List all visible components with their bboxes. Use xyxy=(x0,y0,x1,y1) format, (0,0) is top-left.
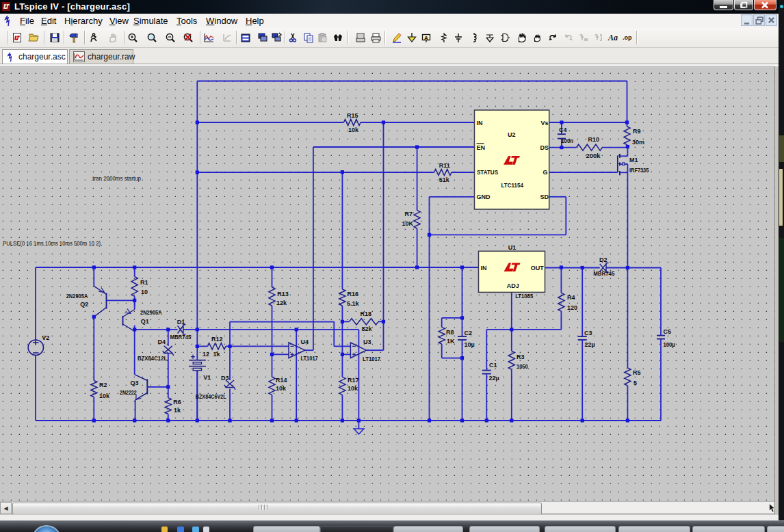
svg-text:1K: 1K xyxy=(447,338,455,345)
svg-text:Q3: Q3 xyxy=(131,380,139,386)
svg-text:R3: R3 xyxy=(517,354,525,360)
svg-text:R4: R4 xyxy=(567,294,575,301)
svg-text:IRF7335: IRF7335 xyxy=(629,167,649,174)
svg-text:R9: R9 xyxy=(633,128,641,135)
svg-text:10µ: 10µ xyxy=(465,341,475,348)
svg-text:100µ: 100µ xyxy=(663,341,675,348)
svg-text:Q2: Q2 xyxy=(80,301,88,308)
svg-text:R7: R7 xyxy=(405,211,413,217)
svg-text:5: 5 xyxy=(633,380,637,386)
svg-text:V2: V2 xyxy=(42,334,49,341)
svg-text:C2: C2 xyxy=(465,330,473,336)
svg-text:D4: D4 xyxy=(157,338,166,345)
svg-text:R16: R16 xyxy=(348,291,359,297)
svg-text:LTC1154: LTC1154 xyxy=(501,182,524,189)
svg-text:1k: 1k xyxy=(213,351,220,358)
svg-text:LT1017: LT1017 xyxy=(301,355,318,362)
svg-text:12k: 12k xyxy=(276,300,287,306)
svg-text:1k: 1k xyxy=(174,407,181,414)
svg-text:OUT: OUT xyxy=(531,265,545,271)
svg-text:12: 12 xyxy=(202,351,209,358)
svg-text:22µ: 22µ xyxy=(489,375,499,382)
svg-text:U4: U4 xyxy=(301,338,309,345)
svg-text:U3: U3 xyxy=(363,338,371,345)
svg-text:GND: GND xyxy=(477,194,491,200)
svg-text:2N2905A: 2N2905A xyxy=(140,309,162,316)
svg-text:D2: D2 xyxy=(599,256,607,263)
svg-text:Vs: Vs xyxy=(541,120,549,127)
svg-text:R17: R17 xyxy=(348,377,359,384)
svg-text:10k: 10k xyxy=(276,385,287,392)
svg-text:10k: 10k xyxy=(348,127,359,133)
svg-text:BZX84C12L: BZX84C12L xyxy=(138,355,168,362)
svg-text:Q1: Q1 xyxy=(141,318,149,325)
svg-text:MBR745: MBR745 xyxy=(170,334,191,341)
svg-text:R1: R1 xyxy=(140,279,148,286)
svg-text:STATUS: STATUS xyxy=(477,169,498,176)
svg-text:10K: 10K xyxy=(402,220,413,227)
svg-text:R8: R8 xyxy=(446,329,454,336)
svg-text:120: 120 xyxy=(567,304,577,311)
svg-text:10k: 10k xyxy=(348,385,358,392)
svg-text:82k: 82k xyxy=(362,325,373,332)
svg-text:100n: 100n xyxy=(561,137,573,144)
svg-text:2N2905A: 2N2905A xyxy=(66,293,88,300)
svg-text:10: 10 xyxy=(141,289,148,295)
svg-text:22µ: 22µ xyxy=(585,341,595,348)
svg-text:R13: R13 xyxy=(277,291,289,297)
svg-text:5.1k: 5.1k xyxy=(347,300,360,307)
svg-text:MBR745: MBR745 xyxy=(593,270,614,277)
svg-text:U1: U1 xyxy=(508,244,517,251)
svg-text:C5: C5 xyxy=(663,328,671,335)
svg-text:ADJ: ADJ xyxy=(507,282,519,289)
svg-text:R11: R11 xyxy=(439,162,450,169)
svg-text:R2: R2 xyxy=(99,382,107,388)
svg-text:C3: C3 xyxy=(584,330,592,336)
svg-text:C4: C4 xyxy=(559,127,567,133)
svg-text:G: G xyxy=(543,169,548,176)
svg-text:A: A xyxy=(424,35,428,41)
svg-text:1050: 1050 xyxy=(517,363,528,370)
svg-text:R15: R15 xyxy=(347,112,358,119)
svg-text:R5: R5 xyxy=(633,369,641,376)
svg-text:R10: R10 xyxy=(588,136,600,143)
svg-text:.tran 2000ms startup: .tran 2000ms startup xyxy=(91,175,141,182)
svg-text:SD: SD xyxy=(540,194,549,200)
svg-text:PULSE(0 16 1ms 10ms 10ms 500m: PULSE(0 16 1ms 10ms 10ms 500m 10 2) xyxy=(3,240,101,247)
svg-text:200k: 200k xyxy=(586,152,601,159)
svg-text:51k: 51k xyxy=(439,176,450,183)
svg-text:R14: R14 xyxy=(276,377,287,384)
svg-text:M1: M1 xyxy=(629,157,638,163)
svg-text:.op: .op xyxy=(623,34,632,41)
svg-text:C1: C1 xyxy=(489,362,497,369)
svg-text:U2: U2 xyxy=(508,131,516,138)
svg-text:LT1085: LT1085 xyxy=(515,293,533,300)
svg-text:IN: IN xyxy=(477,120,483,127)
svg-text:V1: V1 xyxy=(203,374,211,381)
svg-text:R18: R18 xyxy=(360,310,371,317)
svg-text:LT1017: LT1017 xyxy=(363,356,380,362)
svg-text:BZX84C6V2L: BZX84C6V2L xyxy=(196,393,226,400)
svg-text:10k: 10k xyxy=(99,393,110,399)
svg-text:D3: D3 xyxy=(221,375,229,382)
svg-text:R12: R12 xyxy=(211,336,223,343)
svg-text:DS: DS xyxy=(540,144,549,151)
svg-text:IN: IN xyxy=(480,265,486,271)
svg-text:30m: 30m xyxy=(632,139,644,146)
svg-text:EN: EN xyxy=(477,144,486,151)
svg-text:R6: R6 xyxy=(173,399,181,405)
svg-text:Aa: Aa xyxy=(607,33,618,42)
svg-text:2N2222: 2N2222 xyxy=(120,389,137,396)
svg-text:D1: D1 xyxy=(177,319,185,325)
